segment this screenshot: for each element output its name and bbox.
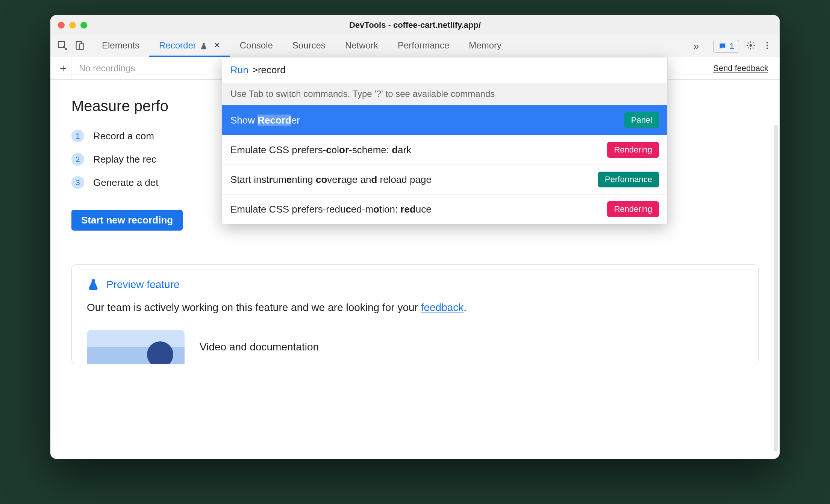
- tab-elements[interactable]: Elements: [92, 35, 149, 57]
- command-palette: Run >record Use Tab to switch commands. …: [222, 57, 668, 224]
- titlebar: DevTools - coffee-cart.netlify.app/: [50, 15, 780, 35]
- step-text: Replay the rec: [93, 154, 156, 165]
- tab-label: Elements: [102, 40, 139, 51]
- svg-point-5: [766, 44, 768, 46]
- svg-rect-2: [80, 44, 84, 49]
- preview-head: Preview feature: [87, 278, 743, 291]
- send-feedback-link[interactable]: Send feedback: [713, 63, 768, 73]
- tabstrip: ElementsRecorder✕ConsoleSourcesNetworkPe…: [50, 35, 780, 57]
- add-recording-button[interactable]: ＋: [55, 57, 71, 79]
- palette-query: >record: [252, 64, 286, 76]
- preview-text-prefix: Our team is actively working on this fea…: [87, 302, 421, 313]
- settings-icon[interactable]: [746, 41, 756, 52]
- svg-point-3: [750, 44, 752, 47]
- tab-sources[interactable]: Sources: [283, 35, 335, 57]
- svg-point-4: [766, 42, 768, 43]
- palette-hint: Use Tab to switch commands. Type '?' to …: [222, 83, 667, 105]
- palette-item-label: Emulate CSS prefers-color-scheme: dark: [230, 144, 411, 156]
- palette-item[interactable]: Start instrumenting coverage and reload …: [222, 164, 667, 194]
- right-tools: 1: [706, 35, 780, 57]
- preview-feature-label: Preview feature: [106, 279, 180, 291]
- start-recording-button[interactable]: Start new recording: [71, 210, 183, 231]
- step-number: 2: [71, 153, 84, 166]
- tab-label: Network: [345, 40, 378, 51]
- svg-point-6: [766, 47, 768, 49]
- palette-item[interactable]: Show RecorderPanel: [222, 105, 667, 135]
- preview-feature-card: Preview feature Our team is actively wor…: [71, 264, 759, 364]
- tab-recorder[interactable]: Recorder✕: [149, 35, 230, 57]
- step-text: Record a com: [93, 130, 154, 142]
- more-icon[interactable]: [762, 41, 772, 52]
- preview-feature-text: Our team is actively working on this fea…: [87, 302, 743, 314]
- tabs: ElementsRecorder✕ConsoleSourcesNetworkPe…: [92, 35, 686, 57]
- messages-button[interactable]: 1: [713, 40, 739, 53]
- palette-items: Show RecorderPanelEmulate CSS prefers-co…: [222, 105, 667, 224]
- palette-item-label: Start instrumenting coverage and reload …: [230, 174, 432, 186]
- palette-item[interactable]: Emulate CSS prefers-color-scheme: darkRe…: [222, 135, 667, 164]
- palette-item[interactable]: Emulate CSS prefers-reduced-motion: redu…: [222, 194, 667, 224]
- palette-item-badge: Rendering: [607, 201, 659, 217]
- step-text: Generate a det: [93, 177, 158, 189]
- inspect-tools: [50, 35, 92, 57]
- flask-icon: [87, 278, 100, 291]
- tab-performance[interactable]: Performance: [388, 35, 459, 57]
- step-number: 1: [71, 130, 84, 142]
- step-number: 3: [71, 176, 84, 189]
- palette-run-label: Run: [230, 64, 248, 76]
- palette-item-badge: Rendering: [607, 142, 659, 158]
- messages-count: 1: [730, 41, 734, 51]
- scrollbar[interactable]: [774, 125, 778, 451]
- tab-label: Memory: [469, 40, 501, 51]
- flask-icon: [200, 42, 208, 49]
- tab-console[interactable]: Console: [230, 35, 283, 57]
- palette-item-badge: Performance: [598, 172, 659, 187]
- tabs-overflow-button[interactable]: »: [686, 35, 706, 57]
- close-tab-icon[interactable]: ✕: [214, 41, 220, 50]
- video-row: Video and documentation: [87, 330, 743, 364]
- device-toolbar-icon[interactable]: [74, 40, 85, 52]
- palette-item-label: Show Recorder: [230, 115, 300, 126]
- tab-label: Recorder: [159, 40, 196, 51]
- devtools-window: DevTools - coffee-cart.netlify.app/ Elem…: [50, 15, 780, 459]
- palette-item-label: Emulate CSS prefers-reduced-motion: redu…: [230, 204, 432, 215]
- palette-item-badge: Panel: [624, 112, 659, 128]
- tab-label: Console: [240, 40, 273, 51]
- video-title: Video and documentation: [200, 341, 319, 353]
- tab-label: Performance: [398, 40, 449, 51]
- inspect-element-icon[interactable]: [57, 40, 68, 52]
- tab-label: Sources: [292, 40, 326, 51]
- palette-input-row[interactable]: Run >record: [222, 57, 667, 83]
- tab-network[interactable]: Network: [335, 35, 388, 57]
- video-thumbnail[interactable]: [87, 330, 185, 364]
- tab-memory[interactable]: Memory: [459, 35, 511, 57]
- feedback-link[interactable]: feedback: [421, 302, 464, 313]
- window-title: DevTools - coffee-cart.netlify.app/: [50, 20, 780, 30]
- preview-text-suffix: .: [463, 302, 466, 313]
